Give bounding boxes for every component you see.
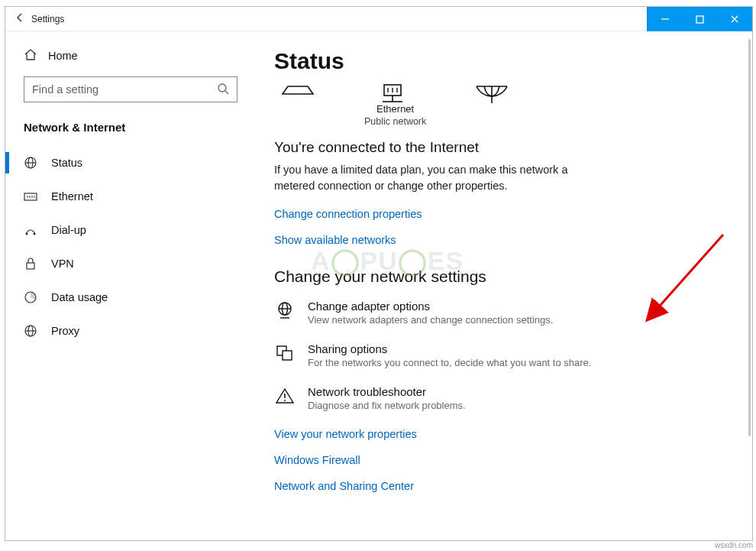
sidebar-item-label: Status: [51, 157, 82, 169]
data-usage-icon: [24, 290, 37, 304]
eth-label: Ethernet: [376, 103, 414, 116]
link-show-available[interactable]: Show available networks: [274, 234, 734, 246]
svg-point-35: [284, 400, 286, 401]
sidebar-item-label: Ethernet: [51, 190, 93, 203]
link-change-connection[interactable]: Change connection properties: [274, 208, 734, 220]
link-firewall[interactable]: Windows Firewall: [274, 454, 734, 466]
option-title: Network troubleshooter: [308, 385, 466, 398]
change-settings-heading: Change your network settings: [274, 267, 734, 286]
sidebar-item-label: Data usage: [51, 291, 108, 303]
sharing-icon: [274, 342, 296, 364]
proxy-icon: [24, 324, 37, 338]
svg-rect-14: [27, 263, 34, 269]
sidebar-item-vpn[interactable]: VPN: [18, 247, 247, 280]
network-diagram: Ethernet Public network: [274, 83, 734, 127]
connected-heading: You're connected to the Internet: [274, 139, 734, 156]
svg-point-2: [218, 84, 226, 92]
pc-icon: [279, 83, 317, 99]
home-link[interactable]: Home: [24, 48, 247, 63]
title-bar: Settings: [5, 7, 752, 31]
svg-point-13: [34, 233, 36, 235]
svg-rect-1: [696, 16, 703, 23]
home-label: Home: [48, 50, 78, 62]
adapter-icon: [274, 300, 296, 321]
scrollbar[interactable]: [748, 39, 751, 436]
link-view-props[interactable]: View your network properties: [274, 428, 734, 440]
link-nsc[interactable]: Network and Sharing Center: [274, 480, 734, 492]
home-icon: [24, 48, 37, 63]
sidebar-item-dialup[interactable]: Dial-up: [18, 213, 247, 247]
back-icon[interactable]: [15, 12, 25, 25]
internet-globe-icon: [473, 83, 512, 99]
close-button[interactable]: [717, 7, 752, 31]
ethernet-icon: [24, 191, 37, 202]
sidebar-item-proxy[interactable]: Proxy: [18, 314, 247, 348]
option-title: Change adapter options: [308, 300, 553, 313]
svg-rect-7: [24, 193, 37, 200]
maximize-button[interactable]: [682, 7, 717, 31]
search-input[interactable]: Find a setting: [24, 76, 237, 102]
settings-window: Settings Home Find a setting: [5, 6, 753, 541]
option-desc: View network adapters and change connect…: [308, 314, 553, 326]
sidebar-item-label: Dial-up: [51, 224, 86, 236]
option-desc: For the networks you connect to, decide …: [308, 357, 591, 368]
option-desc: Diagnose and fix network problems.: [308, 400, 466, 411]
sidebar: Home Find a setting Network & Internet S…: [5, 31, 265, 540]
option-troubleshoot[interactable]: Network troubleshooter Diagnose and fix …: [274, 385, 734, 411]
sidebar-item-label: VPN: [51, 258, 74, 270]
warning-icon: [274, 385, 296, 407]
window-title: Settings: [31, 14, 64, 24]
dialup-icon: [24, 225, 37, 235]
search-icon: [217, 83, 229, 97]
svg-point-12: [26, 233, 28, 235]
page-title: Status: [274, 48, 734, 74]
globe-icon: [24, 156, 37, 170]
vpn-icon: [24, 258, 37, 270]
option-change-adapter[interactable]: Change adapter options View network adap…: [274, 300, 734, 326]
connected-body: If you have a limited data plan, you can…: [274, 162, 610, 194]
minimize-button[interactable]: [647, 7, 682, 31]
option-sharing[interactable]: Sharing options For the networks you con…: [274, 342, 734, 368]
section-title: Network & Internet: [24, 121, 247, 134]
search-placeholder: Find a setting: [32, 83, 99, 96]
sidebar-item-status[interactable]: Status: [18, 146, 247, 180]
main-content: Status Ethernet Public network: [265, 31, 752, 540]
option-title: Sharing options: [308, 342, 591, 355]
eth-sublabel: Public network: [364, 116, 426, 127]
svg-rect-33: [283, 351, 292, 360]
ethernet-diagram-icon: [376, 83, 415, 99]
sidebar-item-ethernet[interactable]: Ethernet: [18, 180, 247, 213]
sidebar-item-label: Proxy: [51, 325, 79, 337]
sidebar-item-datausage[interactable]: Data usage: [18, 280, 247, 314]
source-mark: wsxdn.com: [715, 541, 753, 549]
svg-line-3: [225, 91, 228, 94]
